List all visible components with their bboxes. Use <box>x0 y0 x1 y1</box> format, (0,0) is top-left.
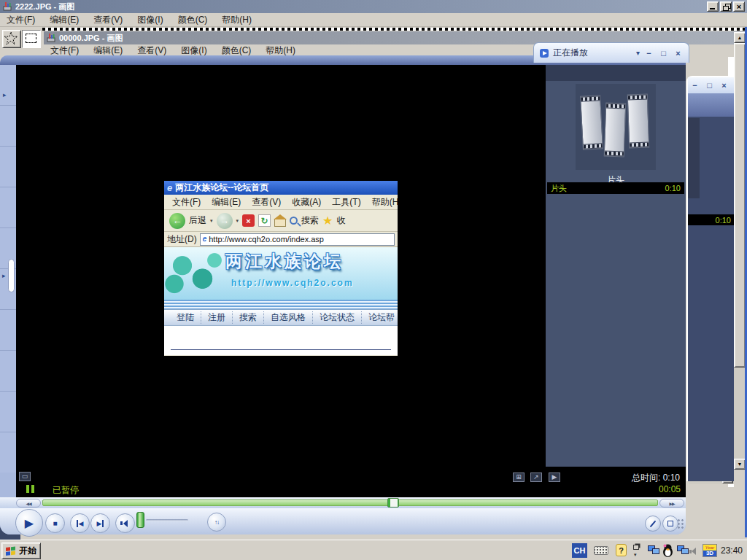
playlist-panel: 片头 片头 0:10 <box>546 65 686 467</box>
tool-freeform-select-button[interactable] <box>2 30 21 48</box>
elapsed-time: 00:05 <box>626 484 681 494</box>
playlist-item-duration: 0:10 <box>716 216 731 225</box>
language-indicator[interactable]: CH <box>572 543 587 558</box>
browser-toolbar: ← 后退 ▾ → ▾ × ↻ 搜索 ★ 收 <box>164 210 398 232</box>
keyboard-icon[interactable] <box>594 546 608 555</box>
fullscreen-icon[interactable]: ↗ <box>530 472 542 482</box>
seek-thumb[interactable] <box>387 498 399 508</box>
mute-button[interactable] <box>115 513 135 533</box>
menu-file[interactable]: 文件(F) <box>7 14 35 26</box>
browser-content: 两江水族论坛 http://www.cqh2o.com 登陆 注册 搜索 自选风… <box>164 247 398 355</box>
quick-access-button[interactable] <box>662 516 678 532</box>
stop-icon: × <box>242 214 255 227</box>
view-caption: 正在播放 <box>553 47 632 59</box>
internet-explorer-icon: e <box>167 184 172 192</box>
minimize-icon[interactable]: − <box>689 81 700 90</box>
media-thumbnail <box>576 84 656 170</box>
playlist-item[interactable]: 片头 0:10 <box>547 182 684 194</box>
video-display-icon[interactable]: ▭ <box>19 472 31 481</box>
browser-addressbar: 地址(D) e http://www.cqh2o.com/index.asp <box>164 232 398 247</box>
maximize-icon[interactable]: □ <box>704 81 715 90</box>
playback-status: 已暂停 <box>53 484 79 497</box>
menu-edit: 编辑(E) <box>212 196 241 209</box>
search-label: 搜索 <box>301 214 319 227</box>
swap-arrows-button[interactable]: ↑↓ <box>207 513 226 532</box>
nav-status: 论坛状态 <box>313 311 362 324</box>
address-label: 地址(D) <box>167 233 197 246</box>
video-content-browser: e 两江水族论坛--论坛首页 文件(F) 编辑(E) 查看(V) 收藏(A) 工… <box>164 181 398 356</box>
minimize-icon[interactable] <box>707 1 719 12</box>
maximize-icon[interactable]: □ <box>658 49 669 58</box>
playlist-item[interactable]: 0:10 <box>688 214 734 225</box>
seek-track[interactable] <box>42 499 658 506</box>
skin-mode-icon[interactable]: ▶ <box>549 472 560 482</box>
volume-slider-thumb[interactable] <box>136 512 144 528</box>
player-caption-bar[interactable]: 正在播放 ▾ − □ × <box>533 42 689 63</box>
menu-colors[interactable]: 颜色(C) <box>178 14 208 26</box>
media-player-icon <box>539 48 549 58</box>
playlist-item-duration: 0:10 <box>665 184 681 192</box>
qq-penguin-icon[interactable] <box>662 544 673 557</box>
language-options-icon[interactable] <box>633 545 639 550</box>
fast-forward-button[interactable]: ▶▶ <box>659 499 684 508</box>
browser-titlebar: e 两江水族论坛--论坛首页 <box>164 181 398 195</box>
address-input: e http://www.cqh2o.com/index.asp <box>200 233 395 246</box>
paint-app-icon <box>2 1 12 12</box>
menu-edit[interactable]: 编辑(E) <box>50 14 79 26</box>
favorites-star-icon: ★ <box>322 214 333 228</box>
next-button[interactable]: ▶ <box>90 513 110 533</box>
banner-stripes <box>164 300 398 309</box>
chevron-down-icon[interactable]: ▾ <box>636 49 640 57</box>
close-icon[interactable]: × <box>673 49 684 58</box>
start-label: 开始 <box>19 545 36 557</box>
expand-panel-icon[interactable]: ▸ <box>3 91 7 98</box>
menu-image[interactable]: 图像(I) <box>137 14 163 26</box>
menu-view[interactable]: 查看(V) <box>93 14 123 26</box>
refresh-icon: ↻ <box>258 214 271 227</box>
scroll-up-icon[interactable]: ▲ <box>734 32 746 43</box>
scroll-down-icon[interactable]: ▼ <box>734 459 746 470</box>
clock[interactable]: 23:40 <box>721 545 743 556</box>
help-icon[interactable]: ? <box>616 544 627 556</box>
show-playlist-icon[interactable]: ⊞ <box>513 472 525 482</box>
start-button[interactable]: 开始 <box>1 542 41 559</box>
language-menu-chevron-icon[interactable]: ▾ <box>634 552 637 558</box>
minimize-icon[interactable]: − <box>643 49 654 58</box>
volume-slider-track[interactable] <box>146 519 188 521</box>
panel-top-strip <box>546 65 686 81</box>
background-player-window[interactable]: − □ × 0:10 <box>686 76 734 481</box>
network-tray-icon[interactable] <box>648 545 659 556</box>
background-player-controls: − □ × <box>688 77 734 93</box>
nav-register: 注册 <box>201 311 233 324</box>
close-icon[interactable]: × <box>733 1 745 12</box>
paint-app-icon <box>46 33 56 43</box>
previous-button[interactable]: ◀ <box>70 513 90 533</box>
menu-help[interactable]: 帮助(H) <box>222 14 252 26</box>
scrollbar-thumb[interactable] <box>734 43 746 368</box>
rewind-button[interactable]: ◀◀ <box>16 499 41 508</box>
left-scroll-pill[interactable] <box>8 259 15 292</box>
forward-icon: → <box>217 213 233 229</box>
play-button[interactable]: ▶ <box>15 509 43 537</box>
resize-grip[interactable] <box>677 518 684 529</box>
pause-status-icon <box>26 485 29 493</box>
restore-icon[interactable] <box>720 1 732 12</box>
banner-title: 两江水族论坛 <box>225 250 344 273</box>
film-strip-icon <box>627 94 650 149</box>
browser-title: 两江水族论坛--论坛首页 <box>175 182 268 194</box>
close-icon[interactable]: × <box>719 81 729 90</box>
controls-row: ▶ ■ ◀ ▶ ↑↓ <box>0 508 686 534</box>
stop-button[interactable]: ■ <box>45 513 65 533</box>
volume-tray-icon[interactable] <box>692 548 696 555</box>
expand-panel-icon[interactable]: ▸ <box>2 272 6 279</box>
background-player-panel <box>688 118 700 198</box>
color-chooser-button[interactable] <box>645 516 661 532</box>
film-strip-icon <box>604 103 627 158</box>
network-tray-icon[interactable] <box>677 545 689 556</box>
menu-view: 查看(V) <box>252 196 281 209</box>
rect-select-icon <box>26 34 36 43</box>
forward-dropdown-icon: ▾ <box>236 218 239 224</box>
nav-help: 论坛帮 <box>362 311 398 324</box>
tool-rect-select-button[interactable] <box>22 30 41 48</box>
year3d-tray-icon[interactable]: Year 3D <box>703 544 717 557</box>
